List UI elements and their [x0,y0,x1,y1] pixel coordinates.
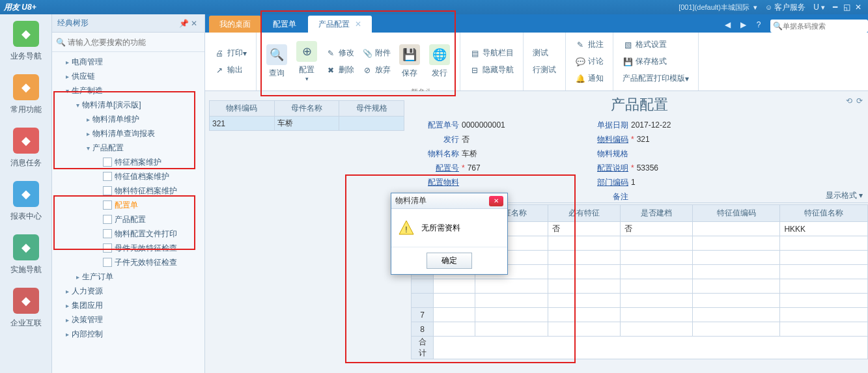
col-matcode[interactable]: 物料编码 [210,101,275,117]
tree-node[interactable]: ▸决策管理 [52,312,204,327]
doc-prev-icon[interactable]: ⟲ [846,96,852,105]
tree-node[interactable]: ▸内部控制 [52,327,204,341]
tree-search[interactable]: 🔍 [52,33,204,52]
dialog-titlebar[interactable]: 物料清单 ✕ [391,193,507,209]
printtpl-button[interactable]: 产品配置打印模版 ▾ [619,70,693,87]
col-parentname[interactable]: 母件名称 [274,101,339,117]
display-format-button[interactable]: 显示格式 ▾ [826,190,863,201]
tree-node[interactable]: ▸电商管理 [52,55,204,69]
rail-item[interactable]: ◆消息任务 [0,121,51,174]
tree-node[interactable]: 配置单 [52,198,204,212]
rowtest-button[interactable]: 行测试 [529,62,560,79]
twisty-icon: ▸ [63,331,72,338]
detail-row[interactable]: 7 [412,308,868,322]
field-value[interactable]: 2017-12-22 [631,120,755,130]
config-button[interactable]: ⊕配置▾ [292,35,322,88]
tree-node[interactable]: ▸集团应用 [52,298,204,312]
field-value[interactable]: 1 [631,178,755,187]
tree-node[interactable]: ▾物料清单[演示版] [52,98,204,112]
tab[interactable]: 我的桌面 [209,16,261,33]
nav-left-icon[interactable]: ◀ [720,17,735,33]
field-value[interactable]: 767 [468,163,585,173]
field-value[interactable]: 53356 [637,163,755,173]
tree-node[interactable]: 产品配置 [52,212,204,227]
approve-button[interactable]: ✎批注 [571,36,608,53]
globe-icon: 🌐 [429,44,450,65]
tree-search-input[interactable] [68,38,201,47]
doc-next-icon[interactable]: ⟳ [856,96,863,105]
saveformat-button[interactable]: 💾保存格式 [619,53,693,70]
field-label[interactable]: 配置说明 [585,163,631,174]
tree-node[interactable]: 物料特征档案维护 [52,184,204,198]
rail-item[interactable]: ◆实施导航 [0,228,51,281]
save-button[interactable]: 💾保存 [395,35,425,88]
dialog-close-button[interactable]: ✕ [489,196,503,206]
tree-node[interactable]: ▸物料清单查询报表 [52,126,204,141]
tab[interactable]: 配置单 [262,16,307,33]
tree-close-icon[interactable]: ✕ [189,19,199,28]
tree-node[interactable]: 特征值档案维护 [52,169,204,184]
modify-button[interactable]: ✎修改 [322,45,358,62]
detail-row[interactable] [412,294,868,308]
col-parentspec[interactable]: 母件规格 [339,101,404,117]
issue-button[interactable]: 🌐发行 [425,35,455,88]
format-button[interactable]: ▧格式设置 [619,36,693,53]
tree-node[interactable]: ▸供应链 [52,69,204,83]
detail-col[interactable]: 必有特征 [548,205,620,222]
tree-node[interactable]: ▸生产订单 [52,269,204,284]
discuss-button[interactable]: 💬讨论 [571,53,608,70]
tree-node[interactable]: ▸人力资源 [52,284,204,298]
tree-node[interactable]: 子件无效特征检查 [52,255,204,269]
field-value[interactable]: 否 [462,134,585,145]
print-button[interactable]: 🖨打印 ▾ [210,45,251,62]
tree-node[interactable]: 物料配置文件打印 [52,227,204,241]
dropdown-icon[interactable]: ▾ [753,3,757,12]
rail-item[interactable]: ◆常用功能 [0,68,51,121]
test-button[interactable]: 测试 [529,45,560,62]
nav-right-icon[interactable]: ▶ [735,17,751,33]
dialog-ok-button[interactable]: 确定 [427,253,472,269]
pin-icon[interactable]: 📌 [178,19,189,28]
field-value[interactable]: 0000000001 [462,120,585,130]
field-value[interactable]: 321 [637,135,755,144]
tree-node[interactable]: ▾生产制造 [52,83,204,98]
table-row[interactable]: 321 车桥 [210,117,404,131]
rail-item[interactable]: ◆业务导航 [0,14,51,68]
tree-node[interactable]: ▸物料清单维护 [52,112,204,126]
output-button[interactable]: ↗输出 [210,62,251,79]
tab-close-icon[interactable]: ✕ [355,20,361,29]
query-button[interactable]: 🔍查询 [262,35,292,88]
detail-col[interactable]: 特征值名称 [780,205,868,222]
abandon-button[interactable]: ⊘放弃 [358,62,395,79]
customer-service-link[interactable]: ☺ 客户服务 [765,2,805,13]
field-value[interactable]: 车桥 [462,148,585,159]
barcode-search[interactable]: 🔍 [770,20,868,33]
tree-node[interactable]: ▾产品配置 [52,141,204,155]
rail-item[interactable]: ◆企业互联 [0,281,51,335]
detail-col[interactable]: 是否建档 [620,205,692,222]
hidenav-button[interactable]: ⊟隐藏导航 [466,62,518,79]
delete-button[interactable]: ✖删除 [322,62,358,79]
tree-node[interactable]: 母件无效特征检查 [52,241,204,255]
material-grid: 物料编码 母件名称 母件规格 321 车桥 [209,100,404,131]
close-button[interactable]: ✕ [852,3,864,12]
u-menu[interactable]: U ▾ [813,3,825,12]
detail-row[interactable]: 8 [412,322,868,337]
attach-button[interactable]: 📎附件 [358,45,395,62]
help-icon[interactable]: ? [751,17,766,33]
tree-node[interactable]: 特征档案维护 [52,155,204,169]
barcode-search-input[interactable] [783,22,868,30]
restore-button[interactable]: ◱ [841,3,852,12]
rail-item[interactable]: ◆报表中心 [0,174,51,228]
field-label[interactable]: 配置物料 [416,177,462,188]
saveformat-icon: 💾 [623,57,633,67]
tab[interactable]: 产品配置✕ [308,16,372,33]
field-label[interactable]: 物料编码 [585,134,631,145]
navbar-button[interactable]: ▤导航栏目 [466,45,518,62]
field-label[interactable]: 部门编码 [585,177,631,188]
minimize-button[interactable]: ━ [829,3,841,12]
notify-button[interactable]: 🔔通知 [571,70,608,87]
detail-row[interactable] [412,279,868,294]
field-label[interactable]: 配置号 [416,163,462,174]
detail-col[interactable]: 特征值编码 [692,205,780,222]
